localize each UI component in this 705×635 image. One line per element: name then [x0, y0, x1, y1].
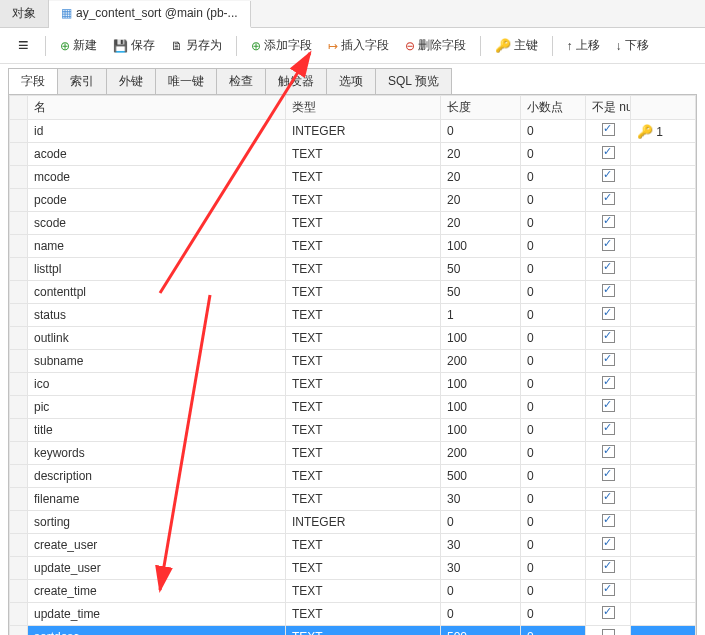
- checkbox-icon[interactable]: [602, 353, 615, 366]
- cell-decimals[interactable]: 0: [521, 442, 586, 465]
- cell-type[interactable]: TEXT: [286, 304, 441, 327]
- cell-length[interactable]: 100: [441, 396, 521, 419]
- sub-tab-3[interactable]: 唯一键: [155, 68, 217, 94]
- cell-name[interactable]: description: [28, 465, 286, 488]
- checkbox-icon[interactable]: [602, 583, 615, 596]
- sub-tab-4[interactable]: 检查: [216, 68, 266, 94]
- cell-length[interactable]: 20: [441, 143, 521, 166]
- cell-type[interactable]: INTEGER: [286, 120, 441, 143]
- menu-icon[interactable]: ≡: [10, 32, 37, 59]
- cell-name[interactable]: pic: [28, 396, 286, 419]
- cell-type[interactable]: TEXT: [286, 189, 441, 212]
- table-row[interactable]: outlinkTEXT1000: [10, 327, 696, 350]
- cell-decimals[interactable]: 0: [521, 419, 586, 442]
- cell-type[interactable]: TEXT: [286, 442, 441, 465]
- cell-notnull[interactable]: [586, 281, 631, 304]
- cell-decimals[interactable]: 0: [521, 120, 586, 143]
- table-row[interactable]: mcodeTEXT200: [10, 166, 696, 189]
- cell-decimals[interactable]: 0: [521, 304, 586, 327]
- table-row[interactable]: titleTEXT1000: [10, 419, 696, 442]
- table-row[interactable]: acodeTEXT200: [10, 143, 696, 166]
- row-header[interactable]: ▸: [10, 626, 28, 636]
- cell-type[interactable]: TEXT: [286, 327, 441, 350]
- cell-name[interactable]: pcode: [28, 189, 286, 212]
- cell-length[interactable]: 20: [441, 189, 521, 212]
- cell-length[interactable]: 50: [441, 281, 521, 304]
- row-header[interactable]: [10, 350, 28, 373]
- row-header[interactable]: [10, 235, 28, 258]
- row-header[interactable]: [10, 212, 28, 235]
- cell-notnull[interactable]: [586, 557, 631, 580]
- delete-field-button[interactable]: ⊖ 删除字段: [399, 34, 472, 57]
- cell-notnull[interactable]: [586, 327, 631, 350]
- cell-type[interactable]: TEXT: [286, 603, 441, 626]
- cell-length[interactable]: 0: [441, 603, 521, 626]
- tab-current[interactable]: ▦ ay_content_sort @main (pb-...: [49, 1, 251, 28]
- cell-notnull[interactable]: [586, 488, 631, 511]
- cell-name[interactable]: title: [28, 419, 286, 442]
- cell-length[interactable]: 1: [441, 304, 521, 327]
- cell-notnull[interactable]: [586, 396, 631, 419]
- cell-name[interactable]: contenttpl: [28, 281, 286, 304]
- row-header[interactable]: [10, 189, 28, 212]
- checkbox-icon[interactable]: [602, 123, 615, 136]
- checkbox-icon[interactable]: [602, 560, 615, 573]
- table-row[interactable]: idINTEGER00🔑 1: [10, 120, 696, 143]
- cell-length[interactable]: 200: [441, 442, 521, 465]
- table-row[interactable]: contenttplTEXT500: [10, 281, 696, 304]
- checkbox-icon[interactable]: [602, 445, 615, 458]
- cell-name[interactable]: subname: [28, 350, 286, 373]
- cell-notnull[interactable]: [586, 373, 631, 396]
- field-grid[interactable]: 名 类型 长度 小数点 不是 null idINTEGER00🔑 1acodeT…: [9, 95, 696, 635]
- cell-type[interactable]: TEXT: [286, 396, 441, 419]
- cell-type[interactable]: TEXT: [286, 350, 441, 373]
- table-row[interactable]: icoTEXT1000: [10, 373, 696, 396]
- cell-name[interactable]: keywords: [28, 442, 286, 465]
- cell-notnull[interactable]: [586, 511, 631, 534]
- move-up-button[interactable]: ↑ 上移: [561, 34, 606, 57]
- cell-type[interactable]: TEXT: [286, 166, 441, 189]
- sub-tab-7[interactable]: SQL 预览: [375, 68, 452, 94]
- cell-type[interactable]: TEXT: [286, 626, 441, 636]
- cell-notnull[interactable]: [586, 442, 631, 465]
- cell-length[interactable]: 100: [441, 373, 521, 396]
- cell-length[interactable]: 0: [441, 580, 521, 603]
- checkbox-icon[interactable]: [602, 146, 615, 159]
- row-header[interactable]: [10, 580, 28, 603]
- cell-decimals[interactable]: 0: [521, 488, 586, 511]
- cell-name[interactable]: sorting: [28, 511, 286, 534]
- move-down-button[interactable]: ↓ 下移: [610, 34, 655, 57]
- table-row[interactable]: descriptionTEXT5000: [10, 465, 696, 488]
- col-decimals[interactable]: 小数点: [521, 96, 586, 120]
- cell-type[interactable]: TEXT: [286, 235, 441, 258]
- cell-length[interactable]: 500: [441, 626, 521, 636]
- cell-type[interactable]: TEXT: [286, 212, 441, 235]
- row-header[interactable]: [10, 327, 28, 350]
- checkbox-icon[interactable]: [602, 629, 615, 635]
- cell-decimals[interactable]: 0: [521, 465, 586, 488]
- table-row[interactable]: statusTEXT10: [10, 304, 696, 327]
- cell-decimals[interactable]: 0: [521, 143, 586, 166]
- cell-notnull[interactable]: [586, 534, 631, 557]
- cell-name[interactable]: create_user: [28, 534, 286, 557]
- row-header[interactable]: [10, 143, 28, 166]
- cell-length[interactable]: 100: [441, 235, 521, 258]
- table-row[interactable]: create_timeTEXT00: [10, 580, 696, 603]
- cell-decimals[interactable]: 0: [521, 235, 586, 258]
- row-header[interactable]: [10, 557, 28, 580]
- cell-name[interactable]: status: [28, 304, 286, 327]
- cell-length[interactable]: 0: [441, 511, 521, 534]
- primary-key-button[interactable]: 🔑 主键: [489, 34, 544, 57]
- save-button[interactable]: 💾 保存: [107, 34, 161, 57]
- checkbox-icon[interactable]: [602, 169, 615, 182]
- cell-notnull[interactable]: [586, 626, 631, 636]
- cell-type[interactable]: TEXT: [286, 557, 441, 580]
- cell-decimals[interactable]: 0: [521, 534, 586, 557]
- cell-name[interactable]: create_time: [28, 580, 286, 603]
- row-header[interactable]: [10, 373, 28, 396]
- checkbox-icon[interactable]: [602, 376, 615, 389]
- cell-name[interactable]: outlink: [28, 327, 286, 350]
- insert-field-button[interactable]: ↦ 插入字段: [322, 34, 395, 57]
- checkbox-icon[interactable]: [602, 238, 615, 251]
- table-row[interactable]: picTEXT1000: [10, 396, 696, 419]
